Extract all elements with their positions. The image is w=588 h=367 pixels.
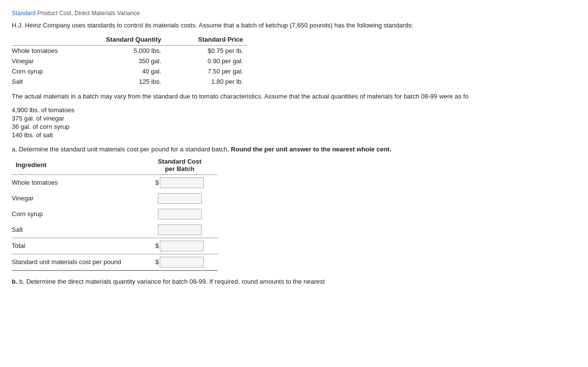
standard-quantity: 5,000 lbs. <box>94 46 165 56</box>
standards-table: Standard Quantity Standard Price Whole t… <box>12 35 247 87</box>
standard-price: $0.75 per lb. <box>165 46 247 56</box>
standards-table-row: Whole tomatoes 5,000 lbs. $0.75 per lb. <box>12 46 247 56</box>
answer-cost-cell <box>142 222 218 238</box>
standard-price: 7.50 per gal. <box>165 66 247 76</box>
bottom-note-bold: b. <box>12 278 18 285</box>
answer-cost-cell <box>142 191 218 206</box>
answer-table: Ingredient Standard Cost per Batch Whole… <box>12 157 218 271</box>
final-cost-input[interactable] <box>160 257 204 268</box>
bottom-note: b. b. Determine the direct materials qua… <box>12 278 576 285</box>
ingredient-cost-input[interactable] <box>158 193 202 204</box>
answer-col1-header: Ingredient <box>12 157 142 175</box>
standard-quantity: 40 gal. <box>94 66 165 76</box>
final-cost-cell: $ <box>142 254 218 270</box>
answer-ingredient-name: Vinegar <box>12 191 142 206</box>
breadcrumb-link[interactable]: Standard <box>12 10 36 17</box>
actual-quantity-item: 36 gal. of corn syrup <box>12 123 576 130</box>
answer-ingredient-name: Salt <box>12 222 142 238</box>
dollar-sign: $ <box>155 242 159 249</box>
actual-quantity-item: 375 gal. of vinegar <box>12 115 576 122</box>
standard-quantity: 350 gal. <box>94 56 165 66</box>
total-cost-input[interactable] <box>160 241 204 251</box>
standards-table-row: Salt 125 lbs. 1.80 per lb. <box>12 76 247 87</box>
answer-ingredient-name: Corn syrup <box>12 206 142 222</box>
actual-intro: The actual materials in a batch may vary… <box>12 92 576 101</box>
standards-table-row: Vinegar 350 gal. 0.90 per gal. <box>12 56 247 66</box>
question-a-label: a. Determine the standard unit materials… <box>12 146 576 153</box>
standards-col3-header: Standard Price <box>165 35 247 46</box>
ingredient-name: Salt <box>12 76 94 87</box>
dollar-sign: $ <box>155 179 159 186</box>
answer-table-row: Vinegar <box>12 191 218 206</box>
actual-quantities-list: 4,900 lbs. of tomatoes375 gal. of vinega… <box>12 106 576 139</box>
standard-quantity: 125 lbs. <box>94 76 165 87</box>
standard-price: 0.90 per gal. <box>165 56 247 66</box>
standards-col2-header: Standard Quantity <box>94 35 165 46</box>
ingredient-name: Corn syrup <box>12 66 94 76</box>
answer-table-row: Corn syrup <box>12 206 218 222</box>
ingredient-name: Vinegar <box>12 56 94 66</box>
problem-description: H.J. Heinz Company uses standards to con… <box>12 22 576 29</box>
answer-col2-header: Standard Cost per Batch <box>142 157 218 175</box>
answer-table-row: Whole tomatoes $ <box>12 174 218 191</box>
answer-cost-cell <box>142 206 218 222</box>
standard-price: 1.80 per lb. <box>165 76 247 87</box>
answer-ingredient-name: Whole tomatoes <box>12 174 142 191</box>
actual-quantity-item: 140 lbs. of salt <box>12 131 576 139</box>
final-row: Standard unit materials cost per pound $ <box>12 254 218 270</box>
standards-col1-header <box>12 35 94 46</box>
actual-quantity-item: 4,900 lbs. of tomatoes <box>12 106 576 114</box>
final-label: Standard unit materials cost per pound <box>12 254 142 270</box>
dollar-sign: $ <box>155 258 159 266</box>
question-a-bold: Round the per unit answer to the nearest… <box>231 146 391 153</box>
breadcrumb: Standard Product Cost, Direct Materials … <box>12 10 576 17</box>
total-label: Total <box>12 238 142 254</box>
standards-table-row: Corn syrup 40 gal. 7.50 per gal. <box>12 66 247 76</box>
answer-cost-cell: $ <box>142 174 218 191</box>
ingredient-name: Whole tomatoes <box>12 46 94 56</box>
ingredient-cost-input[interactable] <box>158 224 202 235</box>
total-row: Total $ <box>12 238 218 254</box>
ingredient-cost-input[interactable] <box>160 177 204 188</box>
answer-table-row: Salt <box>12 222 218 238</box>
ingredient-cost-input[interactable] <box>158 209 202 220</box>
total-cost-cell: $ <box>142 238 218 254</box>
